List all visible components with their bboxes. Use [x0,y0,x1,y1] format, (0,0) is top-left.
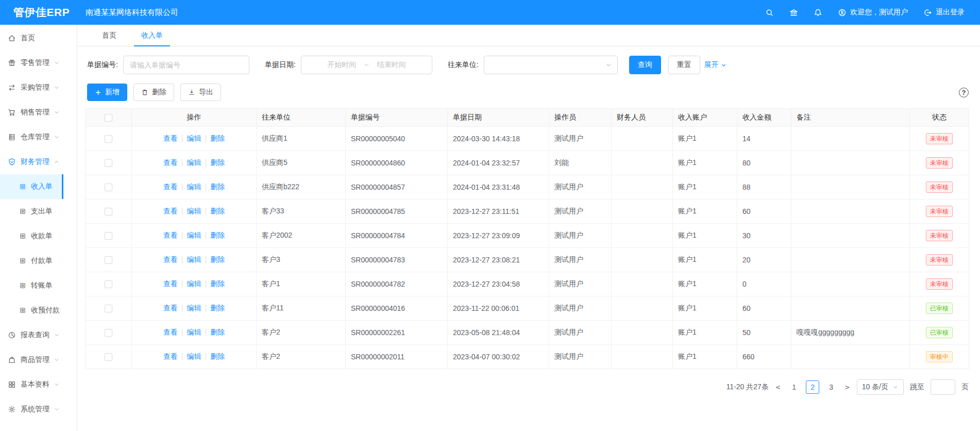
cell-finance-staff [612,200,673,224]
add-button[interactable]: 新增 [87,84,127,101]
sidebar-item-payment-bill[interactable]: 付款单 [0,248,63,273]
cell-partner: 客户11 [257,296,346,321]
row-checkbox[interactable] [105,184,112,191]
delete-link[interactable]: 删除 [210,183,225,191]
user-welcome[interactable]: 欢迎您，测试用户 [838,8,908,17]
action-separator: | [205,279,207,288]
edit-link[interactable]: 编辑 [187,134,201,142]
sidebar-item-home[interactable]: 首页 [0,26,63,51]
edit-link[interactable]: 编辑 [187,158,201,167]
delete-link[interactable]: 删除 [210,231,225,239]
delete-link[interactable]: 删除 [210,134,225,142]
view-link[interactable]: 查看 [163,158,178,167]
status-badge: 审核中 [926,351,953,362]
status-badge: 已审核 [926,303,953,314]
add-label: 新增 [105,88,120,97]
help-icon[interactable]: ? [959,88,969,97]
action-separator: | [205,158,207,167]
delete-link[interactable]: 删除 [210,304,225,312]
edit-link[interactable]: 编辑 [187,352,201,360]
sidebar-item-expense-bill[interactable]: 支出单 [0,199,63,224]
expand-link[interactable]: 展开 [704,60,727,70]
sidebar-item-basic-data[interactable]: 基本资料 [0,372,63,397]
sidebar-item-sales-mgmt[interactable]: 销售管理 [0,100,63,125]
row-checkbox[interactable] [105,353,112,361]
gear-icon [8,405,16,413]
action-separator: | [181,279,183,288]
edit-link[interactable]: 编辑 [187,231,201,239]
sidebar-item-prepaid-bill[interactable]: 收预付款 [0,298,63,323]
row-checkbox[interactable] [105,232,112,240]
row-actions: 查看|编辑|删除 [132,296,257,321]
row-actions: 查看|编辑|删除 [132,151,257,175]
edit-link[interactable]: 编辑 [187,304,201,312]
delete-link[interactable]: 删除 [210,158,225,167]
delete-link[interactable]: 删除 [210,207,225,215]
edit-link[interactable]: 编辑 [187,255,201,263]
search-icon[interactable] [765,8,774,17]
prev-page-icon[interactable]: < [775,383,781,391]
view-link[interactable]: 查看 [163,134,178,142]
delete-link[interactable]: 删除 [210,352,225,360]
row-checkbox[interactable] [105,329,112,337]
delete-link[interactable]: 删除 [210,255,225,263]
edit-link[interactable]: 编辑 [187,183,201,191]
export-button[interactable]: 导出 [180,84,221,101]
view-link[interactable]: 查看 [163,207,178,215]
reset-button[interactable]: 重置 [668,56,700,74]
view-link[interactable]: 查看 [163,328,178,336]
page-size-select[interactable]: 10 条/页 [857,379,904,395]
row-checkbox[interactable] [105,256,112,264]
platform-icon[interactable] [789,8,798,17]
date-range-picker[interactable]: 开始时间 ~ 结束时间 [301,56,432,74]
sidebar-item-income-bill[interactable]: 收入单 [0,174,63,199]
page-size-label: 10 条/页 [862,383,888,392]
page-button-1[interactable]: 1 [787,380,801,394]
sidebar-item-receipt-bill[interactable]: 收款单 [0,224,63,248]
row-checkbox[interactable] [105,135,112,143]
bill-no-input[interactable] [123,56,249,74]
sidebar-item-retail-mgmt[interactable]: 零售管理 [0,51,63,75]
view-link[interactable]: 查看 [163,279,178,288]
row-checkbox[interactable] [105,159,112,167]
next-page-icon[interactable]: > [844,383,850,391]
view-link[interactable]: 查看 [163,255,178,263]
tab-income-bill[interactable]: 收入单 [133,25,171,46]
doc-icon [19,233,26,240]
sidebar-item-system-mgmt[interactable]: 系统管理 [0,397,63,422]
cell-bill-no: SR00000004783 [346,248,448,272]
edit-link[interactable]: 编辑 [187,279,201,288]
topbar-actions: 欢迎您，测试用户 退出登录 [765,8,980,17]
view-link[interactable]: 查看 [163,304,178,312]
cell-finance-staff [612,151,673,175]
edit-link[interactable]: 编辑 [187,328,201,336]
cell-partner: 客户3 [257,248,346,272]
delete-link[interactable]: 删除 [210,328,225,336]
sidebar-item-warehouse-mgmt[interactable]: 仓库管理 [0,125,63,150]
tab-home[interactable]: 首页 [94,25,125,46]
view-link[interactable]: 查看 [163,183,178,191]
jump-page-input[interactable] [931,379,955,395]
notification-bell-icon[interactable] [814,8,822,17]
search-button[interactable]: 查询 [629,56,661,74]
sidebar-item-transfer-bill[interactable]: 转账单 [0,273,63,298]
row-checkbox[interactable] [105,305,112,312]
edit-link[interactable]: 编辑 [187,207,201,215]
cell-remark [791,345,910,369]
sidebar-item-finance-mgmt[interactable]: 财务管理 [0,150,63,174]
view-link[interactable]: 查看 [163,352,178,360]
select-all-checkbox[interactable] [105,114,112,122]
sidebar-item-purchase-mgmt[interactable]: 采购管理 [0,75,63,100]
page-button-2[interactable]: 2 [806,380,819,394]
logout-button[interactable]: 退出登录 [923,8,965,17]
row-checkbox[interactable] [105,280,112,288]
delete-button[interactable]: 删除 [133,84,174,101]
sidebar-item-report-query[interactable]: 报表查询 [0,323,63,347]
page-button-3[interactable]: 3 [824,380,838,394]
sidebar-item-goods-mgmt[interactable]: 商品管理 [0,347,63,372]
row-checkbox[interactable] [105,208,112,216]
delete-link[interactable]: 删除 [210,279,225,288]
view-link[interactable]: 查看 [163,231,178,239]
partner-select[interactable] [484,56,618,74]
action-separator: | [205,328,207,336]
